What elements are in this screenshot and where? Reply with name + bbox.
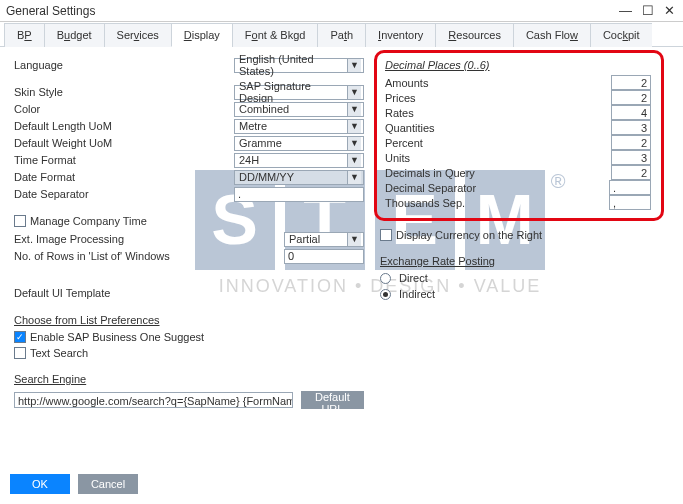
ext-image-select[interactable]: Partial▼	[284, 232, 364, 247]
display-currency-label: Display Currency on the Right	[396, 229, 542, 241]
prices-label: Prices	[385, 92, 416, 104]
tab-bp[interactable]: BP	[4, 23, 45, 47]
tab-path[interactable]: Path	[317, 23, 366, 47]
color-label: Color	[14, 103, 144, 115]
language-label: Language	[14, 59, 144, 71]
exchange-rate-posting-link[interactable]: Exchange Rate Posting	[380, 255, 495, 267]
direct-radio[interactable]	[380, 273, 391, 284]
amounts-label: Amounts	[385, 77, 428, 89]
thousands-sep-input[interactable]: ,	[609, 195, 651, 210]
choose-list-preferences-link[interactable]: Choose from List Preferences	[14, 314, 160, 326]
search-engine-input[interactable]: http://www.google.com/search?q={SapName}…	[14, 392, 293, 408]
enable-suggest-label: Enable SAP Business One Suggest	[30, 331, 204, 343]
default-ui-template-label: Default UI Template	[14, 287, 144, 299]
decimal-separator-label: Decimal Separator	[385, 182, 476, 194]
skin-select[interactable]: SAP Signature Design▼	[234, 85, 364, 100]
tab-inventory[interactable]: Inventory	[365, 23, 436, 47]
default-url-button[interactable]: Default URL	[301, 391, 364, 409]
rates-label: Rates	[385, 107, 414, 119]
window-title: General Settings	[6, 4, 95, 18]
close-icon[interactable]: ✕	[664, 3, 675, 18]
tab-resources[interactable]: Resources	[435, 23, 514, 47]
skin-label: Skin Style	[14, 86, 144, 98]
rows-input[interactable]: 0	[284, 249, 364, 264]
cancel-button[interactable]: Cancel	[78, 474, 138, 494]
percent-input[interactable]: 2	[611, 135, 651, 150]
time-format-select[interactable]: 24H▼	[234, 153, 364, 168]
manage-company-time-label: Manage Company Time	[30, 215, 147, 227]
rows-label: No. of Rows in 'List of' Windows	[14, 250, 214, 262]
indirect-radio[interactable]	[380, 289, 391, 300]
thousands-sep-label: Thousands Sep.	[385, 197, 465, 209]
date-separator-input[interactable]: .	[234, 187, 364, 202]
ext-image-label: Ext. Image Processing	[14, 233, 194, 245]
units-label: Units	[385, 152, 410, 164]
title-bar: General Settings — ☐ ✕	[0, 0, 683, 22]
enable-suggest-checkbox[interactable]: ✓	[14, 331, 26, 343]
tab-font[interactable]: Font & Bkgd	[232, 23, 319, 47]
default-weight-label: Default Weight UoM	[14, 137, 144, 149]
date-format-select[interactable]: DD/MM/YY▼	[234, 170, 364, 185]
tab-cockpit[interactable]: Cockpit	[590, 23, 652, 47]
time-format-label: Time Format	[14, 154, 144, 166]
decimal-separator-input[interactable]: .	[609, 180, 651, 195]
manage-company-time-checkbox[interactable]	[14, 215, 26, 227]
tab-cashflow[interactable]: Cash Flow	[513, 23, 591, 47]
tab-display[interactable]: Display	[171, 23, 233, 47]
default-weight-select[interactable]: Gramme▼	[234, 136, 364, 151]
text-search-checkbox[interactable]	[14, 347, 26, 359]
direct-label: Direct	[399, 272, 428, 284]
ok-button[interactable]: OK	[10, 474, 70, 494]
default-length-label: Default Length UoM	[14, 120, 144, 132]
tab-strip: BP Budget Services Display Font & Bkgd P…	[0, 22, 683, 47]
tab-services[interactable]: Services	[104, 23, 172, 47]
decimals-query-label: Decimals in Query	[385, 167, 475, 179]
date-separator-label: Date Separator	[14, 188, 144, 200]
display-currency-checkbox[interactable]	[380, 229, 392, 241]
prices-input[interactable]: 2	[611, 90, 651, 105]
maximize-icon[interactable]: ☐	[642, 3, 654, 18]
rates-input[interactable]: 4	[611, 105, 651, 120]
indirect-label: Indirect	[399, 288, 435, 300]
color-select[interactable]: Combined▼	[234, 102, 364, 117]
decimals-query-input[interactable]: 2	[611, 165, 651, 180]
text-search-label: Text Search	[30, 347, 88, 359]
tab-budget[interactable]: Budget	[44, 23, 105, 47]
decimal-places-group: Decimal Places (0..6) Amounts2 Prices2 R…	[374, 50, 664, 221]
quantities-label: Quantities	[385, 122, 435, 134]
amounts-input[interactable]: 2	[611, 75, 651, 90]
decimal-places-header[interactable]: Decimal Places (0..6)	[385, 59, 651, 71]
date-format-label: Date Format	[14, 171, 144, 183]
quantities-input[interactable]: 3	[611, 120, 651, 135]
units-input[interactable]: 3	[611, 150, 651, 165]
percent-label: Percent	[385, 137, 423, 149]
minimize-icon[interactable]: —	[619, 3, 632, 18]
language-select[interactable]: English (United States)▼	[234, 58, 364, 73]
default-length-select[interactable]: Metre▼	[234, 119, 364, 134]
footer: OK Cancel	[10, 474, 138, 494]
search-engine-link[interactable]: Search Engine	[14, 373, 86, 385]
